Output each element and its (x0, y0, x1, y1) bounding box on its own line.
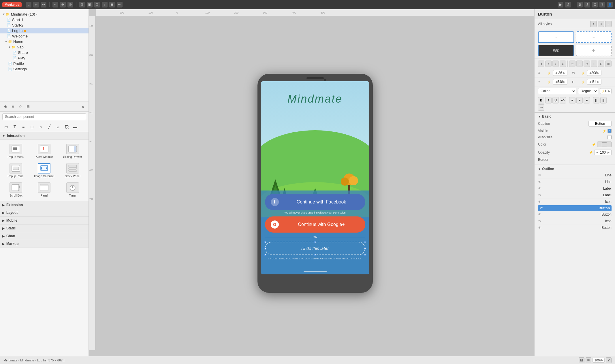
align-distribute-h[interactable]: ⊟ (598, 61, 604, 67)
tree-share[interactable]: 📄 Share (0, 50, 89, 55)
redo-icon[interactable]: ↪ (41, 2, 46, 7)
outline-eye-6[interactable]: 👁 (540, 206, 543, 210)
tree-play[interactable]: 📄 Play (0, 55, 89, 61)
text-align-tool[interactable]: ≡ (20, 123, 27, 131)
frame-icon[interactable]: ▣ (87, 2, 93, 7)
font-weight-select[interactable]: Regular (578, 88, 598, 94)
btn-style-dark[interactable]: 确定 (538, 45, 574, 56)
x-arrow-left[interactable]: ◀ (555, 71, 557, 74)
align-center-h[interactable]: ↔ (576, 61, 583, 67)
outline-eye-7[interactable]: 👁 (538, 212, 541, 216)
tree-nap[interactable]: ▼ 📁 Nap (0, 44, 89, 50)
outline-eye-2[interactable]: 👁 (538, 180, 541, 184)
later-button[interactable]: I'll do this later (265, 242, 365, 255)
rotate-icon[interactable]: ⟳ (67, 2, 73, 7)
play-icon[interactable]: ▶ (558, 2, 563, 7)
outline-eye-4[interactable]: 👁 (538, 193, 541, 197)
opacity-arrow-right[interactable]: ▶ (608, 151, 610, 154)
x-value-box[interactable]: ◀ 36 ▶ (553, 70, 567, 76)
btn-style-filled[interactable]: ··· (538, 31, 574, 43)
tree-start1[interactable]: 📄 Start-1 (0, 17, 89, 22)
strikethrough-btn[interactable]: AB (560, 97, 566, 103)
copy-icon[interactable]: ⧉ (577, 2, 583, 7)
underline-btn[interactable]: U (552, 97, 559, 103)
comp-scroll-box[interactable]: Scroll Box (2, 181, 29, 199)
chart-section-header[interactable]: ▶ Chart (0, 232, 89, 240)
move-icon[interactable]: ✥ (60, 2, 66, 7)
user-icon[interactable]: 👤 (607, 2, 613, 7)
style-action-3[interactable]: − (605, 21, 612, 27)
opacity-value-box[interactable]: ◀ 100 ▶ (594, 150, 612, 155)
y-value-box[interactable]: ◀ 548 ▶ (553, 79, 567, 85)
grid-icon[interactable]: ⊞ (79, 2, 85, 7)
more-fmt-btn[interactable]: ⋯ (538, 104, 544, 111)
caption-value[interactable]: Button (588, 121, 612, 127)
comp-sliding-drawer[interactable]: Sliding Drawer (59, 142, 86, 160)
comp-image-carousel[interactable]: Image Carousel (31, 161, 58, 180)
list-icon[interactable]: ☰ (109, 2, 115, 7)
rect-tool[interactable]: ▭ (2, 123, 10, 131)
align-right[interactable]: ➡ (584, 61, 590, 67)
table-shape-tool[interactable]: ▬ (72, 123, 79, 131)
table-icon[interactable]: ⊞ (25, 103, 31, 110)
y-arrow-left[interactable]: ◀ (555, 80, 557, 83)
export-icon[interactable]: ↑ (102, 2, 108, 7)
settings-icon[interactable]: ⚙ (592, 2, 598, 7)
h-value-box[interactable]: ◀ 51 ▶ (587, 79, 601, 85)
pointer-icon[interactable]: ↖ (52, 2, 58, 7)
align-down[interactable]: ↓ (552, 61, 559, 67)
align-bottom[interactable]: ⬇ (560, 61, 566, 67)
autosize-checkbox[interactable] (608, 135, 612, 139)
h-arrow-right[interactable]: ▶ (597, 80, 599, 83)
mobile-section-header[interactable]: ▶ Mobile (0, 217, 89, 225)
outline-eye-9[interactable]: 👁 (538, 226, 541, 230)
add-icon[interactable]: ⊕ (2, 103, 9, 110)
w-arrow-left[interactable]: ◀ (589, 71, 591, 74)
search-input[interactable] (2, 113, 86, 120)
opacity-arrow-left[interactable]: ◀ (596, 151, 598, 154)
outline-eye-3[interactable]: 👁 (538, 186, 541, 191)
line-tool[interactable]: ╱ (46, 123, 53, 131)
interaction-section-header[interactable]: ▼ Interaction (0, 132, 89, 140)
emoji-tool[interactable]: ☺ (54, 123, 62, 131)
align-distribute-v[interactable]: ⊞ (605, 61, 612, 67)
static-section-header[interactable]: ▶ Static (0, 225, 89, 232)
refresh-icon[interactable]: ↺ (565, 2, 571, 7)
tree-settings[interactable]: 📄 Settings (0, 66, 89, 72)
bold-btn[interactable]: B (538, 97, 544, 103)
align-left-btn[interactable]: ≡ (569, 97, 575, 103)
comp-timer[interactable]: Timer (59, 181, 86, 199)
app-logo[interactable]: Mockplus (2, 2, 22, 7)
image-tool[interactable]: 🖼 (63, 123, 70, 131)
facebook-button[interactable]: f Continue with Facebook (265, 194, 365, 210)
italic-btn[interactable]: I (545, 97, 552, 103)
h-arrow-left[interactable]: ◀ (589, 80, 591, 83)
align-left[interactable]: ⬅ (569, 61, 575, 67)
list2-btn[interactable]: ||| (600, 97, 607, 103)
align-top[interactable]: ⬆ (538, 61, 544, 67)
extension-section-header[interactable]: ▶ Extension (0, 201, 89, 209)
font-size-box[interactable]: ⚡ 18 ▶ (600, 88, 612, 94)
more-icon[interactable]: ⋯ (117, 2, 123, 7)
btn-style-outlined[interactable]: ··· (576, 31, 612, 43)
zoom-fit-btn[interactable]: ⊡ (579, 357, 584, 363)
style-action-1[interactable]: ↑ (590, 21, 597, 27)
text-tool[interactable]: T (11, 123, 18, 131)
visible-checkbox[interactable]: ✓ (608, 129, 612, 133)
w-arrow-right[interactable]: ▶ (597, 71, 599, 74)
rect-shape-tool[interactable]: □ (28, 123, 36, 131)
align-right-btn[interactable]: ≡ (584, 97, 590, 103)
btn-style-add[interactable]: + (576, 45, 612, 56)
tree-project[interactable]: ▼ 📁 Mindmate (10) • (0, 12, 89, 17)
zoom-down-btn[interactable]: ∨ (606, 357, 612, 363)
markup-section-header[interactable]: ▶ Markup (0, 240, 89, 248)
home-icon[interactable]: ⌂ (26, 2, 31, 7)
outline-eye-5[interactable]: 👁 (538, 200, 541, 204)
comp-alert-window[interactable]: ! Alert Window (31, 142, 58, 160)
comp-panel[interactable]: Panel (31, 181, 58, 199)
zoom-eye-btn[interactable]: 👁 (586, 357, 591, 363)
font-family-select[interactable]: Calibri (538, 88, 576, 94)
smile-icon[interactable]: ☺ (10, 103, 16, 110)
crop-icon[interactable]: ⊡ (94, 2, 100, 7)
undo-icon[interactable]: ↩ (33, 2, 39, 7)
